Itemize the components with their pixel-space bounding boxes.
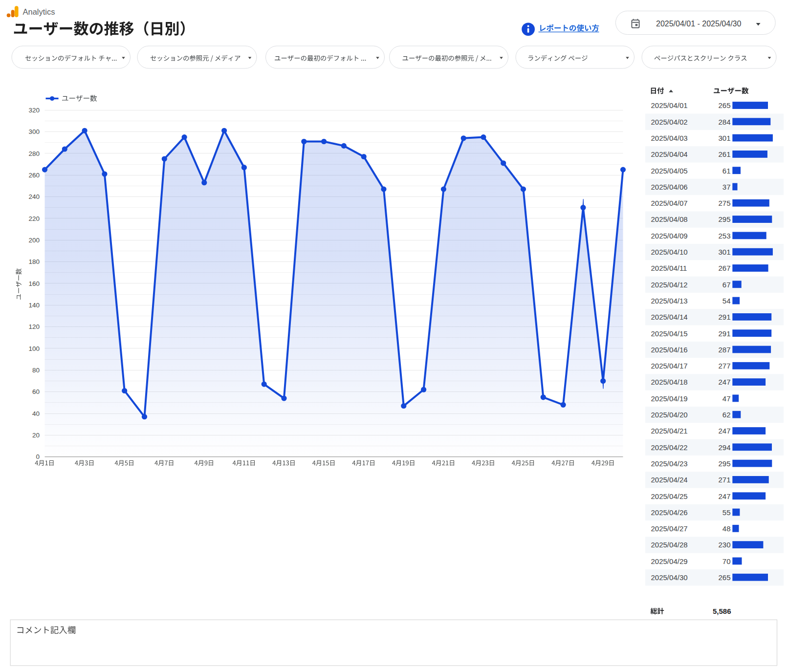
svg-text:67: 67	[722, 281, 731, 289]
svg-text:60: 60	[32, 388, 40, 395]
svg-text:80: 80	[32, 367, 40, 374]
svg-text:62: 62	[722, 411, 731, 419]
svg-text:2025/04/01 - 2025/04/30: 2025/04/01 - 2025/04/30	[656, 20, 741, 28]
svg-text:2025/04/11: 2025/04/11	[651, 264, 687, 272]
svg-text:265: 265	[718, 101, 730, 109]
svg-text:61: 61	[722, 167, 731, 175]
svg-text:230: 230	[718, 541, 730, 549]
svg-text:247: 247	[718, 492, 730, 500]
svg-text:2025/04/03: 2025/04/03	[651, 134, 688, 142]
svg-text:277: 277	[718, 362, 730, 370]
svg-text:2025/04/20: 2025/04/20	[651, 411, 688, 419]
svg-text:2025/04/15: 2025/04/15	[651, 329, 688, 338]
svg-text:265: 265	[718, 573, 730, 582]
svg-text:2025/04/25: 2025/04/25	[651, 492, 688, 500]
svg-text:287: 287	[718, 346, 730, 354]
svg-text:2025/04/08: 2025/04/08	[651, 215, 688, 223]
svg-text:55: 55	[722, 508, 731, 517]
svg-text:70: 70	[722, 557, 731, 565]
svg-text:5,586: 5,586	[713, 607, 731, 615]
svg-text:2025/04/16: 2025/04/16	[651, 346, 688, 354]
svg-text:284: 284	[718, 118, 730, 126]
svg-text:2025/04/18: 2025/04/18	[651, 378, 688, 386]
svg-text:2025/04/01: 2025/04/01	[651, 101, 688, 109]
svg-text:267: 267	[718, 264, 730, 272]
svg-text:37: 37	[722, 183, 731, 191]
svg-text:295: 295	[718, 215, 730, 223]
svg-text:247: 247	[718, 378, 730, 386]
svg-text:2025/04/21: 2025/04/21	[651, 427, 688, 435]
svg-text:280: 280	[28, 150, 40, 157]
svg-text:180: 180	[28, 258, 40, 265]
svg-text:220: 220	[28, 215, 40, 222]
svg-text:275: 275	[718, 199, 730, 207]
svg-text:2025/04/13: 2025/04/13	[651, 297, 688, 305]
svg-text:54: 54	[722, 297, 731, 305]
svg-text:140: 140	[28, 302, 40, 309]
svg-text:2025/04/17: 2025/04/17	[651, 362, 688, 370]
svg-text:301: 301	[718, 134, 730, 142]
svg-text:Analytics: Analytics	[23, 7, 55, 16]
svg-text:2025/04/28: 2025/04/28	[651, 541, 688, 549]
svg-text:47: 47	[722, 394, 731, 403]
svg-text:48: 48	[722, 524, 731, 533]
svg-text:2025/04/29: 2025/04/29	[651, 557, 688, 565]
svg-text:253: 253	[718, 232, 730, 240]
svg-text:300: 300	[28, 128, 40, 135]
svg-text:260: 260	[28, 172, 40, 179]
svg-text:291: 291	[718, 329, 730, 338]
svg-text:2025/04/02: 2025/04/02	[651, 118, 688, 126]
svg-text:2025/04/12: 2025/04/12	[651, 281, 688, 289]
svg-text:2025/04/04: 2025/04/04	[651, 150, 688, 158]
svg-text:20: 20	[32, 432, 40, 439]
svg-text:271: 271	[718, 476, 730, 484]
svg-text:2025/04/26: 2025/04/26	[651, 508, 688, 517]
svg-text:100: 100	[28, 345, 40, 352]
svg-text:2025/04/22: 2025/04/22	[651, 443, 688, 452]
svg-text:247: 247	[718, 427, 730, 435]
svg-text:2025/04/05: 2025/04/05	[651, 167, 688, 175]
svg-text:240: 240	[28, 193, 40, 200]
svg-text:2025/04/23: 2025/04/23	[651, 459, 688, 468]
svg-text:2025/04/30: 2025/04/30	[651, 573, 688, 582]
svg-text:40: 40	[32, 410, 40, 417]
svg-text:261: 261	[718, 150, 730, 158]
svg-text:200: 200	[28, 237, 40, 244]
svg-text:120: 120	[28, 323, 40, 330]
svg-text:301: 301	[718, 248, 730, 256]
svg-text:2025/04/14: 2025/04/14	[651, 313, 688, 321]
svg-text:2025/04/06: 2025/04/06	[651, 183, 688, 191]
svg-text:294: 294	[718, 443, 730, 452]
svg-text:320: 320	[28, 107, 40, 114]
svg-text:2025/04/10: 2025/04/10	[651, 248, 688, 256]
svg-text:160: 160	[28, 280, 40, 287]
svg-text:295: 295	[718, 459, 730, 468]
svg-text:291: 291	[718, 313, 730, 321]
svg-text:0: 0	[36, 453, 40, 460]
svg-text:2025/04/19: 2025/04/19	[651, 394, 688, 403]
svg-text:2025/04/09: 2025/04/09	[651, 232, 688, 240]
svg-text:2025/04/24: 2025/04/24	[651, 476, 688, 484]
svg-text:2025/04/27: 2025/04/27	[651, 524, 688, 533]
svg-text:2025/04/07: 2025/04/07	[651, 199, 688, 207]
